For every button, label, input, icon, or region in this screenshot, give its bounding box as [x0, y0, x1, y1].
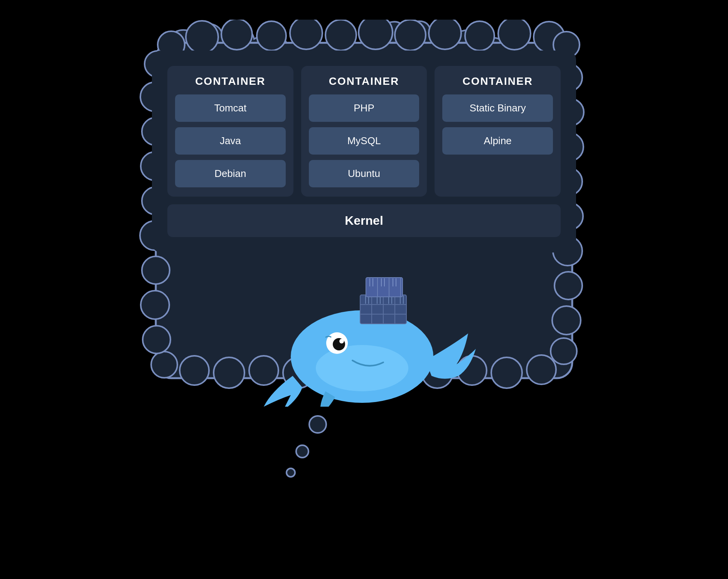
svg-point-22 — [551, 338, 577, 364]
svg-point-10 — [465, 21, 494, 50]
static-binary-layer: Static Binary — [442, 94, 553, 122]
container-2: CONTAINER PHP MySQL Ubuntu — [301, 66, 427, 197]
debian-layer: Debian — [175, 160, 286, 187]
svg-point-37 — [142, 256, 170, 284]
svg-point-7 — [359, 20, 393, 49]
svg-point-36 — [141, 291, 169, 319]
svg-point-44 — [309, 416, 326, 433]
svg-point-2 — [186, 21, 218, 53]
svg-point-33 — [180, 356, 209, 385]
ubuntu-layer: Ubuntu — [309, 160, 420, 187]
svg-point-34 — [151, 352, 177, 378]
docker-whale — [248, 245, 480, 407]
svg-point-48 — [316, 345, 408, 391]
tomcat-layer: Tomcat — [175, 94, 286, 122]
container-3: CONTAINER Static Binary Alpine — [435, 66, 561, 197]
svg-point-21 — [552, 306, 581, 335]
container-2-title: CONTAINER — [329, 75, 399, 88]
alpine-layer: Alpine — [442, 127, 553, 155]
svg-point-6 — [325, 20, 356, 50]
containers-row: CONTAINER Tomcat Java Debian CONTAINER P… — [167, 66, 561, 197]
svg-point-20 — [554, 272, 582, 300]
svg-point-51 — [339, 339, 344, 343]
whale-svg — [248, 245, 480, 407]
main-diagram-box: CONTAINER Tomcat Java Debian CONTAINER P… — [152, 50, 576, 252]
svg-point-11 — [498, 20, 531, 50]
svg-point-4 — [257, 21, 286, 50]
svg-point-8 — [395, 20, 426, 50]
diagram-scene: CONTAINER Tomcat Java Debian CONTAINER P… — [133, 20, 595, 559]
container-3-title: CONTAINER — [462, 75, 533, 88]
svg-point-5 — [290, 20, 322, 49]
svg-point-23 — [527, 355, 556, 384]
kernel-bar: Kernel — [167, 204, 561, 237]
svg-point-45 — [296, 445, 308, 458]
php-layer: PHP — [309, 94, 420, 122]
svg-point-35 — [143, 326, 170, 353]
java-layer: Java — [175, 127, 286, 155]
mysql-layer: MySQL — [309, 127, 420, 155]
svg-point-24 — [491, 357, 522, 388]
svg-point-32 — [214, 357, 244, 388]
svg-point-9 — [429, 20, 461, 49]
svg-point-46 — [286, 468, 295, 477]
svg-point-3 — [221, 20, 252, 50]
container-1: CONTAINER Tomcat Java Debian — [167, 66, 293, 197]
container-1-title: CONTAINER — [195, 75, 265, 88]
